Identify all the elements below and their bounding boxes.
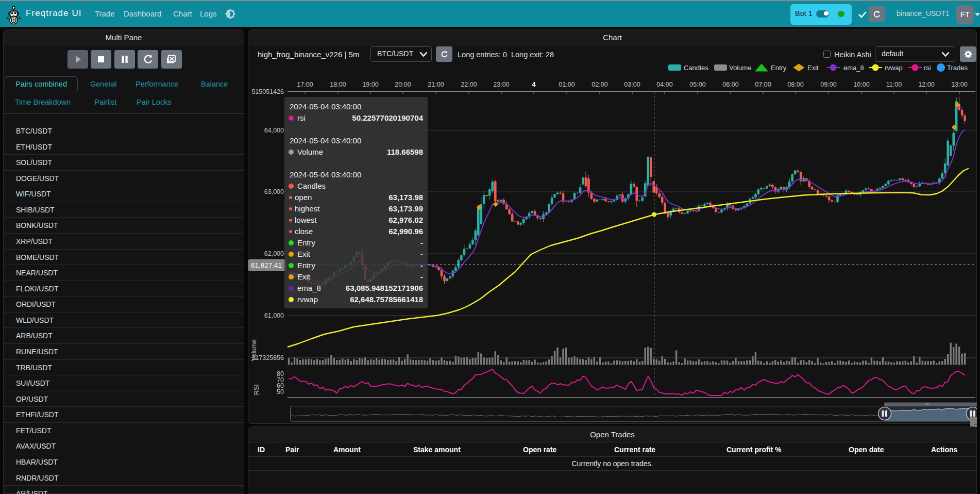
svg-text:04:00: 04:00 bbox=[656, 81, 672, 88]
svg-text:Trades: Trades bbox=[947, 64, 968, 72]
svg-text:50: 50 bbox=[277, 388, 284, 396]
svg-text:17:00: 17:00 bbox=[297, 81, 313, 88]
svg-text:18:00: 18:00 bbox=[330, 81, 346, 88]
svg-text:05:00: 05:00 bbox=[689, 81, 705, 88]
svg-text:10:00: 10:00 bbox=[853, 81, 869, 88]
svg-text:61,827.41: 61,827.41 bbox=[251, 261, 282, 269]
svg-text:22:00: 22:00 bbox=[461, 81, 477, 88]
svg-text:01:00: 01:00 bbox=[559, 81, 575, 88]
svg-text:RSI: RSI bbox=[253, 384, 260, 395]
svg-text:515051426: 515051426 bbox=[251, 88, 284, 95]
svg-text:09:00: 09:00 bbox=[820, 81, 836, 88]
svg-text:Entry: Entry bbox=[771, 64, 787, 72]
svg-text:Exit: Exit bbox=[807, 64, 819, 72]
svg-text:06:00: 06:00 bbox=[722, 81, 738, 88]
svg-text:20:00: 20:00 bbox=[395, 81, 411, 88]
svg-text:62,000: 62,000 bbox=[264, 250, 284, 257]
svg-text:03:00: 03:00 bbox=[624, 81, 640, 88]
svg-text:4: 4 bbox=[532, 81, 536, 88]
svg-text:61,000: 61,000 bbox=[264, 312, 284, 319]
svg-text:21:00: 21:00 bbox=[428, 81, 444, 88]
svg-text:12:00: 12:00 bbox=[918, 81, 934, 88]
svg-text:rvwap: rvwap bbox=[885, 64, 903, 72]
svg-text:08:00: 08:00 bbox=[787, 81, 803, 88]
svg-text:Candles: Candles bbox=[684, 64, 708, 72]
svg-text:13:00: 13:00 bbox=[951, 81, 967, 88]
svg-text:Volume: Volume bbox=[250, 339, 258, 361]
svg-text:02:00: 02:00 bbox=[592, 81, 607, 88]
svg-text:11:00: 11:00 bbox=[886, 81, 902, 88]
svg-text:rsi: rsi bbox=[924, 64, 931, 72]
svg-text:23:00: 23:00 bbox=[493, 81, 509, 88]
svg-text:Volume: Volume bbox=[729, 64, 751, 72]
svg-text:ema_8: ema_8 bbox=[843, 64, 864, 72]
svg-text:64,000: 64,000 bbox=[264, 127, 284, 134]
svg-text:07:00: 07:00 bbox=[755, 81, 771, 88]
svg-text:63,000: 63,000 bbox=[264, 188, 284, 195]
svg-text:19:00: 19:00 bbox=[362, 81, 378, 88]
